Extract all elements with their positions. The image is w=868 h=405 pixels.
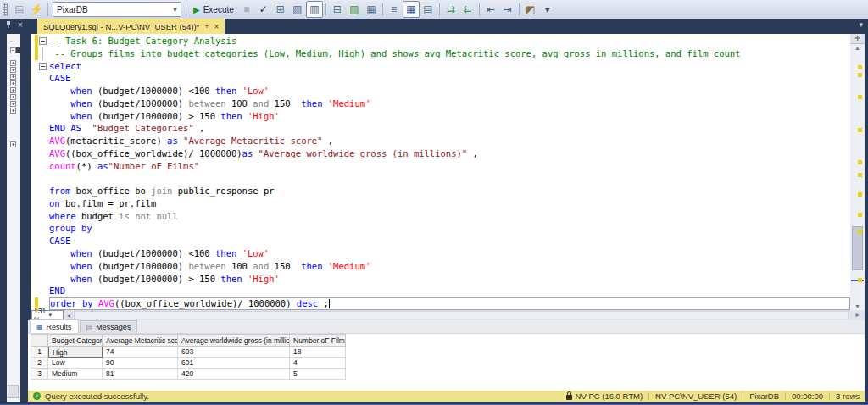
- status-bar-right: NV-PC (16.0 RTM) NV-PC\NV_USER (54) Pixa…: [566, 391, 860, 401]
- code-line-text: order by AVG((box_office_worldwide)/ 100…: [49, 297, 850, 310]
- tree-expander-icon[interactable]: [10, 67, 16, 73]
- tab-close-icon[interactable]: ×: [214, 22, 220, 31]
- tab-sqlquery1[interactable]: SQLQuery1.sql - N...V-PC\NV_USER (54))* …: [37, 19, 225, 34]
- code-line: group by: [31, 222, 850, 235]
- tab-results[interactable]: ▦ Results: [30, 319, 79, 333]
- outline-margin: [38, 235, 49, 247]
- collapsed-panel-header: ×: [5, 20, 23, 30]
- object-explorer-collapsed: ..: [7, 34, 20, 402]
- grid-cell[interactable]: 81: [103, 369, 178, 380]
- outline-margin: [38, 85, 49, 97]
- execute-button[interactable]: ▶Execute: [189, 2, 238, 17]
- tree-expander-icon[interactable]: [10, 47, 16, 53]
- grid-row-number[interactable]: 2: [31, 358, 48, 369]
- tree-expander-icon[interactable]: [10, 141, 16, 147]
- tree-ellipsis: ..: [10, 36, 15, 43]
- vscroll-track[interactable]: [850, 53, 865, 302]
- cancel-query-icon[interactable]: ■: [238, 1, 255, 18]
- code-line-text: when (budget/1000000) > 150 then 'High': [49, 273, 850, 286]
- window-list-chevron-icon[interactable]: ▾: [859, 20, 863, 29]
- uncomment-lines-icon[interactable]: ⇇: [459, 1, 476, 18]
- toolbar-overflow-icon[interactable]: ▾: [539, 1, 556, 18]
- tree-expander-icon[interactable]: [10, 94, 16, 100]
- hscroll-track[interactable]: [74, 311, 849, 319]
- tree-expander-icon[interactable]: [10, 101, 16, 107]
- chevron-down-icon[interactable]: ▾: [47, 312, 64, 319]
- grid-cell[interactable]: High: [48, 347, 103, 358]
- sql-editor-toolbar: ▤⚡PixarDB▾▶Execute■✓⊞▧▥⊟▨▦≡▦▤⇉⇇⇤⇥◩▾: [0, 0, 868, 19]
- grid-cell[interactable]: Medium: [48, 369, 103, 380]
- increase-indent-icon[interactable]: ⇥: [499, 1, 516, 18]
- tree-expander-icon[interactable]: [10, 74, 16, 80]
- hscroll-right-arrow-icon[interactable]: ▸: [850, 310, 865, 320]
- decrease-indent-icon[interactable]: ⇤: [482, 1, 499, 18]
- fold-collapse-icon[interactable]: [39, 63, 47, 70]
- vscroll-up-arrow-icon[interactable]: ▲: [850, 44, 865, 53]
- connect-database-icon[interactable]: ▤: [11, 1, 28, 18]
- grid-cell[interactable]: 693: [178, 347, 290, 358]
- editor-splitter-handle[interactable]: ✛: [850, 34, 865, 44]
- toolbar-grip[interactable]: [3, 3, 8, 16]
- fold-collapse-icon[interactable]: [39, 37, 47, 45]
- grid-cell[interactable]: 18: [290, 347, 346, 358]
- grid-column-header[interactable]: Budget Categories: [48, 335, 103, 347]
- code-line: when (budget/1000000) > 150 then 'High': [31, 273, 850, 286]
- query-options-icon[interactable]: ▧: [289, 1, 306, 18]
- grid-cell[interactable]: 601: [178, 358, 290, 369]
- results-pane: ▦ Results ▤ Messages Budget CategoriesAv…: [28, 320, 865, 391]
- outline-margin: [38, 97, 49, 110]
- status-separator: [785, 392, 786, 400]
- client-stats-icon[interactable]: ▦: [363, 1, 380, 18]
- template-parameters-icon[interactable]: ◩: [522, 1, 539, 18]
- results-grid: Budget CategoriesAverage Metacritic scor…: [31, 334, 346, 380]
- results-to-grid-icon[interactable]: ▦: [403, 1, 420, 18]
- tree-scroll-corner[interactable]: [8, 385, 19, 398]
- parse-query-icon[interactable]: ✓: [255, 1, 272, 18]
- grid-cell[interactable]: 420: [178, 369, 290, 380]
- tab-messages[interactable]: ▤ Messages: [80, 320, 138, 333]
- panel-close-icon[interactable]: ×: [18, 20, 23, 30]
- tree-expander-icon[interactable]: [10, 60, 16, 66]
- grid-cell[interactable]: 5: [290, 369, 346, 380]
- outline-margin: [38, 210, 49, 223]
- chevron-down-icon[interactable]: ▾: [170, 5, 181, 14]
- grid-row-number[interactable]: 1: [31, 347, 48, 358]
- grid-cell[interactable]: 90: [103, 358, 178, 369]
- grid-cell[interactable]: 74: [103, 347, 178, 358]
- changed-line-mark: [858, 95, 862, 99]
- code-line: when (budget/1000000) between 100 and 15…: [31, 97, 850, 110]
- status-database: PixarDB: [749, 391, 779, 401]
- tree-expander-icon[interactable]: [10, 80, 16, 86]
- pin-icon[interactable]: [5, 21, 12, 29]
- code-line-text: AVG((box_office_worldwide)/ 1000000)as "…: [49, 147, 850, 160]
- sql-code-editor[interactable]: -- Task 6: Budget Category Analysis -- G…: [31, 34, 850, 310]
- status-user: NV-PC\NV_USER (54): [655, 391, 737, 401]
- tree-expander-icon[interactable]: [10, 87, 16, 93]
- grid-column-header[interactable]: Average worldwide gross (in millions): [178, 335, 290, 347]
- grid-cell[interactable]: Low: [48, 358, 103, 369]
- window-bottom-border: [0, 402, 868, 405]
- code-line-text: when (budget/1000000) between 100 and 15…: [49, 97, 850, 110]
- change-connection-icon[interactable]: ⚡: [28, 1, 45, 18]
- hscroll-left-arrow-icon[interactable]: ◂: [64, 312, 74, 319]
- code-line-text: on bo.film = pr.film: [49, 197, 850, 210]
- database-selector[interactable]: PixarDB▾: [53, 2, 181, 17]
- grid-column-header[interactable]: Average Metacritic score: [103, 335, 178, 347]
- code-line: CASE: [31, 72, 850, 85]
- live-query-stats-icon[interactable]: ▨: [346, 1, 363, 18]
- comment-lines-icon[interactable]: ⇉: [442, 1, 459, 18]
- tree-expander-icon[interactable]: [10, 108, 16, 114]
- grid-corner-cell[interactable]: [31, 335, 48, 347]
- grid-cell[interactable]: 4: [290, 358, 346, 369]
- grid-row-number[interactable]: 3: [31, 369, 48, 380]
- grid-column-header[interactable]: Number oF Films: [290, 335, 346, 347]
- code-line: AVG(metacritic_score) as "Average Metacr…: [31, 135, 850, 147]
- results-to-file-icon[interactable]: ▤: [420, 1, 437, 18]
- tab-pin-icon[interactable]: +: [204, 22, 209, 31]
- estimated-plan-icon[interactable]: ⊞: [272, 1, 289, 18]
- results-to-text-icon[interactable]: ≡: [386, 1, 403, 18]
- outline-margin: [38, 273, 49, 286]
- actual-plan-icon[interactable]: ⊟: [329, 1, 346, 18]
- intellisense-toggle-icon[interactable]: ▥: [306, 1, 323, 18]
- status-server: NV-PC (16.0 RTM): [576, 391, 643, 401]
